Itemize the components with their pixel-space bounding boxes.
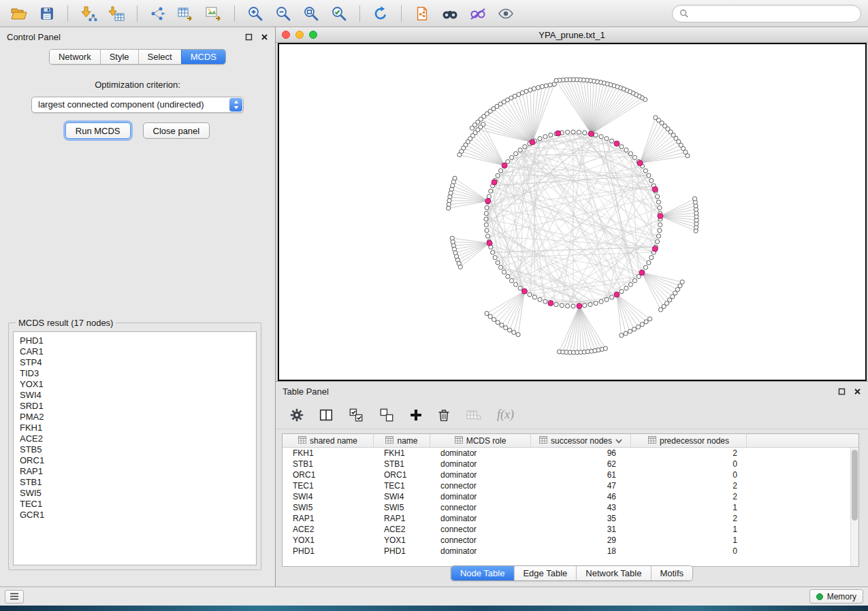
tab-motifs[interactable]: Motifs	[650, 566, 692, 580]
status-menu-button[interactable]	[5, 590, 24, 604]
column-header-predecessor-nodes[interactable]: predecessor nodes	[631, 434, 747, 447]
table-cell	[747, 524, 850, 535]
zoom-selected-button[interactable]	[327, 3, 351, 24]
network-canvas[interactable]	[278, 43, 867, 381]
open-folder-button[interactable]	[7, 3, 31, 24]
export-network-button[interactable]	[146, 3, 170, 24]
table-cell: FKH1	[374, 448, 430, 459]
table-row[interactable]: STB1STB1dominator620	[283, 459, 850, 469]
close-window-icon[interactable]	[282, 31, 290, 39]
select-all-checks-icon[interactable]	[348, 408, 364, 423]
result-item[interactable]: GCR1	[20, 510, 250, 521]
maximize-window-icon[interactable]	[309, 31, 317, 39]
minimize-window-icon[interactable]	[295, 31, 304, 39]
table-row[interactable]: FKH1FKH1dominator962	[283, 448, 850, 459]
delete-icon[interactable]	[437, 408, 451, 423]
table-cell: 2	[631, 480, 747, 491]
result-item[interactable]: PHD1	[20, 335, 250, 346]
scrollbar-thumb[interactable]	[852, 450, 858, 521]
table-scrollbar[interactable]	[850, 448, 858, 566]
criterion-dropdown[interactable]: largest connected component (undirected)	[31, 97, 244, 113]
table-row[interactable]: RAP1RAP1dominator352	[283, 513, 850, 524]
table-row[interactable]: TEC1TEC1connector472	[283, 480, 850, 491]
column-header-successor-nodes[interactable]: successor nodes	[531, 434, 631, 447]
table-cell: SWI5	[374, 502, 430, 513]
float-table-panel-icon[interactable]	[838, 388, 846, 395]
control-panel: Control Panel NetworkStyleSelectMCDS Opt…	[0, 27, 276, 587]
mcds-result-fieldset: MCDS result (17 nodes) PHD1CAR1STP4TID3Y…	[8, 318, 261, 570]
result-item[interactable]: ACE2	[20, 433, 250, 444]
table-cell: 96	[531, 448, 631, 459]
table-cell	[747, 448, 850, 459]
save-button[interactable]	[35, 3, 59, 24]
tab-select[interactable]: Select	[138, 50, 181, 64]
result-item[interactable]: RAP1	[20, 466, 250, 477]
gear-icon[interactable]	[289, 408, 304, 423]
float-panel-icon[interactable]	[245, 33, 253, 41]
fx-button: f(x)	[497, 408, 514, 422]
clear-icon[interactable]	[465, 408, 483, 422]
search-network-button[interactable]	[438, 3, 462, 24]
hide-details-button[interactable]	[466, 3, 490, 24]
zoom-in-button[interactable]	[243, 3, 268, 24]
table-row[interactable]: ORC1ORC1dominator610	[283, 469, 850, 480]
refresh-button[interactable]	[368, 3, 393, 24]
zoom-out-button[interactable]	[271, 3, 295, 24]
search-box[interactable]	[672, 5, 861, 22]
result-item[interactable]: ORC1	[20, 455, 250, 466]
close-table-panel-icon[interactable]	[854, 388, 861, 395]
table-row[interactable]: ACE2ACE2connector311	[283, 524, 850, 535]
tab-node-table[interactable]: Node Table	[451, 566, 514, 580]
mcds-result-list[interactable]: PHD1CAR1STP4TID3YOX1SWI4SRD1PMA2FKH1ACE2…	[13, 331, 257, 565]
table-cell: 47	[531, 480, 631, 491]
column-header-shared-name[interactable]: shared name	[283, 434, 374, 447]
export-image-button[interactable]	[202, 3, 226, 24]
import-table-button[interactable]	[104, 3, 129, 24]
table-cell: connector	[430, 535, 531, 546]
result-item[interactable]: STB1	[20, 477, 250, 488]
column-header-mcds-role[interactable]: MCDS role	[430, 434, 531, 447]
result-item[interactable]: STP4	[20, 357, 250, 368]
tab-mcds[interactable]: MCDS	[181, 50, 225, 64]
result-item[interactable]: SWI4	[20, 390, 250, 401]
table-cell	[747, 546, 850, 557]
table-row[interactable]: SWI5SWI5connector431	[283, 502, 850, 513]
tab-style[interactable]: Style	[100, 50, 138, 64]
show-details-button[interactable]	[494, 3, 518, 24]
result-item[interactable]: STB5	[20, 444, 250, 455]
result-item[interactable]: SRD1	[20, 401, 250, 412]
table-row[interactable]: YOX1YOX1connector291	[283, 535, 850, 546]
column-header-name[interactable]: name	[374, 434, 430, 447]
table-cell: 0	[631, 459, 747, 469]
result-item[interactable]: PMA2	[20, 412, 250, 423]
network-window: YPA_prune.txt_1	[276, 27, 868, 381]
result-item[interactable]: TID3	[20, 368, 250, 379]
share-document-button[interactable]	[410, 3, 434, 24]
close-panel-button[interactable]: Close panel	[143, 122, 210, 139]
result-item[interactable]: TEC1	[20, 499, 250, 510]
zoom-fit-button[interactable]	[299, 3, 323, 24]
import-network-button[interactable]	[76, 3, 101, 24]
result-item[interactable]: SWI5	[20, 488, 250, 499]
result-item[interactable]: YOX1	[20, 379, 250, 390]
tab-network[interactable]: Network	[50, 50, 100, 64]
memory-button[interactable]: Memory	[809, 589, 863, 604]
table-row[interactable]: SWI4SWI4dominator462	[283, 491, 850, 502]
export-table-button[interactable]	[174, 3, 198, 24]
table-cell	[747, 513, 850, 524]
close-panel-icon[interactable]	[261, 33, 268, 41]
table-panel-header: Table Panel	[276, 382, 868, 401]
tab-network-table[interactable]: Network Table	[576, 566, 650, 580]
run-mcds-button[interactable]: Run MCDS	[65, 122, 131, 139]
tab-edge-table[interactable]: Edge Table	[513, 566, 576, 580]
deselect-all-checks-icon[interactable]	[379, 408, 395, 423]
result-item[interactable]: FKH1	[20, 423, 250, 433]
table-row[interactable]: PHD1PHD1dominator180	[283, 546, 850, 557]
table-toolbar: f(x)	[276, 401, 868, 429]
split-columns-icon[interactable]	[319, 408, 334, 423]
result-item[interactable]: CAR1	[20, 346, 250, 357]
search-input[interactable]	[693, 8, 854, 18]
network-titlebar[interactable]: YPA_prune.txt_1	[276, 27, 868, 43]
network-title: YPA_prune.txt_1	[276, 30, 868, 40]
add-icon[interactable]	[409, 408, 423, 422]
